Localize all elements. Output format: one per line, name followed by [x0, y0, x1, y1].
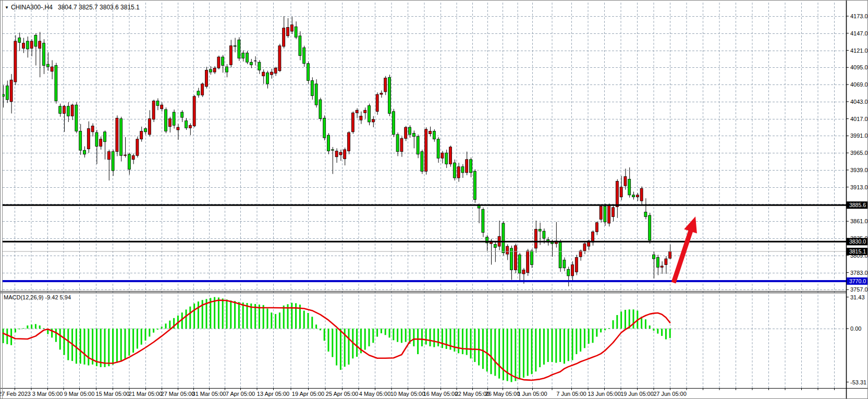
macd-axis-label: 0.00 [850, 325, 861, 332]
price-tick-label: 3939.0 [850, 167, 868, 173]
price-tick-label: 3783.0 [850, 270, 868, 276]
price-tick-label: 4043.0 [850, 99, 868, 105]
macd-axis-label: 31.43 [850, 294, 865, 300]
price-line-value: 3770.0 [849, 278, 866, 284]
price-tick-label: 4147.0 [850, 30, 868, 37]
date-tick-label: 9 Mar 05:00 [64, 391, 95, 397]
date-tick-label: 26 May 05:00 [485, 391, 520, 397]
date-tick-label: 25 Apr 05:00 [326, 391, 358, 397]
date-tick-label: 27 Jun 05:00 [653, 391, 687, 397]
macd-axis-label: -53.31 [850, 379, 866, 385]
date-tick-label: 15 Mar 05:00 [96, 391, 130, 397]
macd-current-values: -9.42 5.94 [45, 294, 71, 300]
price-tick-label: 3913.0 [850, 184, 868, 190]
ohlc-values: 3804.7 3825.7 3803.6 3815.1 [58, 4, 140, 11]
price-line-value: 3830.0 [849, 238, 866, 245]
price-tick-label: 3965.0 [850, 150, 868, 156]
date-tick-label: 22 May 05:00 [455, 391, 490, 397]
date-tick-label: 19 Jun 05:00 [620, 391, 654, 397]
date-tick-label: 27 Mar 05:00 [161, 391, 195, 397]
date-tick-label: 13 Apr 05:00 [257, 391, 289, 397]
price-tick-label: 4017.0 [850, 116, 868, 122]
window-left-border [2, 1, 3, 399]
price-line-label-box[interactable]: 3770.0 [847, 277, 868, 285]
price-tick-label: 4069.0 [850, 81, 868, 88]
price-tick-label: 3991.0 [850, 132, 868, 139]
date-tick-label: 7 Jun 05:00 [556, 391, 586, 397]
symbol-title[interactable]: ▼CHINA300-,H43804.7 3825.7 3803.6 3815.1 [5, 4, 140, 11]
date-tick-label: 7 Apr 05:00 [226, 391, 255, 397]
symbol-period-label: CHINA300-,H4 [11, 4, 53, 11]
price-tick-label: 4173.0 [850, 13, 868, 19]
price-tick-label: 3757.0 [850, 286, 868, 293]
date-tick-label: 31 Mar 05:00 [192, 391, 226, 397]
price-line-value: 3815.1 [849, 248, 866, 255]
price-line-value: 3885.6 [849, 202, 866, 208]
date-tick-label: 10 May 05:00 [390, 391, 425, 397]
price-tick-label: 4095.0 [850, 64, 868, 70]
price-line-label-box[interactable]: 3815.1 [847, 248, 868, 255]
date-tick-label: 13 Jun 05:00 [588, 391, 621, 397]
date-tick-label: 4 May 05:00 [359, 391, 391, 397]
price-tick-label: 4121.0 [850, 47, 868, 54]
price-line-label-box[interactable]: 3830.0 [847, 238, 868, 245]
macd-params: MACD(12,26,9) [4, 294, 43, 300]
date-tick-label: 27 Feb 2023 [1, 391, 31, 397]
price-line-label-box[interactable]: 3885.6 [847, 201, 868, 209]
date-tick-label: 19 Apr 05:00 [292, 391, 324, 397]
date-tick-label: 3 Mar 05:00 [32, 391, 63, 397]
date-tick-label: 1 Jun 05:00 [517, 391, 547, 397]
trading-chart-window[interactable]: 4173.04147.04121.04095.04069.04043.04017… [0, 0, 868, 399]
date-tick-label: 16 May 05:00 [423, 391, 458, 397]
chevron-down-icon[interactable]: ▼ [5, 5, 9, 10]
date-tick-label: 21 Mar 05:00 [129, 391, 163, 397]
price-tick-label: 3861.0 [850, 218, 868, 224]
macd-indicator-label: MACD(12,26,9) -9.42 5.94 [4, 294, 71, 300]
chart-canvas[interactable]: 4173.04147.04121.04095.04069.04043.04017… [1, 1, 868, 399]
